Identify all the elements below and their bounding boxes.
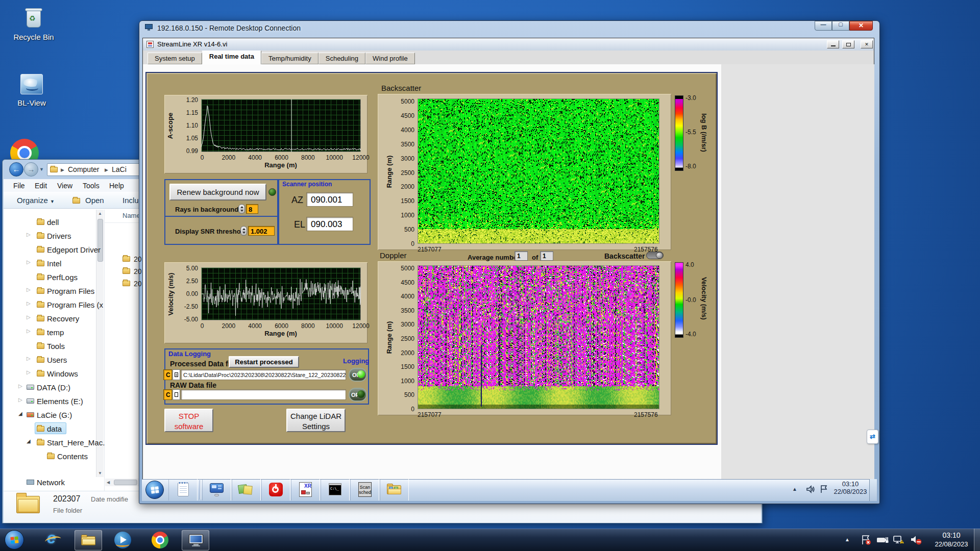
sidebar-item-elements-e-[interactable]: Elements (E:) (37, 397, 83, 406)
processed-path-field[interactable]: C:\Lidar\Data\Proc\2023\202308\20230822\… (181, 369, 346, 380)
tree-collapsed-arrow-icon[interactable]: ▷ (27, 328, 31, 334)
rays-spinner[interactable] (238, 204, 245, 214)
host-tray-volume-muted-icon[interactable] (910, 534, 923, 546)
remote-taskbar-display-settings-button[interactable] (202, 479, 231, 500)
rdp-close-button[interactable]: ✕ (849, 21, 873, 31)
app-close-button[interactable]: ✕ (861, 40, 873, 48)
remote-taskbar-streamline-xr-button[interactable]: XR (291, 479, 320, 500)
raw-browse-icon[interactable] (173, 389, 180, 400)
remote-show-desktop-button[interactable] (869, 479, 877, 501)
nav-history-caret-icon[interactable]: ▼ (39, 167, 44, 172)
app-minimize-button[interactable] (827, 40, 839, 48)
sidebar-item-edgeport-driver[interactable]: Edgeport Driver (47, 245, 101, 254)
tab-real-time-data[interactable]: Real time data (202, 51, 261, 64)
file-item[interactable]: 20 (134, 267, 142, 276)
snr-spinner[interactable] (240, 226, 247, 236)
host-tray-expand-icon[interactable]: ▲ (845, 537, 850, 542)
remote-taskbar-notepad-button[interactable] (168, 479, 198, 500)
breadcrumb-arrow-icon[interactable]: ▶ (105, 167, 108, 172)
open-button[interactable]: Open (85, 196, 104, 205)
el-value-field[interactable]: 090.003 (306, 217, 353, 231)
average-number-field[interactable]: 1 (514, 251, 528, 261)
processed-logging-on-button[interactable]: ON (349, 368, 367, 382)
menu-tools[interactable]: Tools (83, 182, 100, 190)
scrollbar-thumb[interactable] (97, 219, 103, 262)
remote-taskbar-shutdown-button[interactable] (261, 479, 290, 500)
host-tray-clock[interactable]: 03:10 22/08/2023 (930, 531, 973, 548)
raw-logging-off-button[interactable]: OFF (349, 388, 367, 402)
host-tray-battery-icon[interactable] (876, 534, 889, 546)
remote-taskbar-cmd-button[interactable]: C:\_ (321, 479, 350, 500)
az-value-field[interactable]: 090.001 (306, 192, 353, 207)
backscatter-toggle-switch[interactable] (646, 252, 664, 259)
host-taskbar-ie-button[interactable]: e (44, 531, 62, 549)
menu-view[interactable]: View (57, 182, 72, 190)
sidebar-item-drivers[interactable]: Drivers (47, 232, 71, 240)
scroll-up-icon[interactable]: ▲ (98, 211, 102, 216)
sidebar-item-tools[interactable]: Tools (47, 342, 65, 350)
breadcrumb-computer[interactable]: Computer (68, 165, 99, 173)
sidebar-item-perflogs[interactable]: PerfLogs (47, 273, 78, 282)
tree-expanded-arrow-icon[interactable]: ◢ (18, 411, 22, 416)
tree-collapsed-arrow-icon[interactable]: ▷ (27, 314, 31, 320)
rdp-minimize-button[interactable]: — (815, 21, 832, 31)
host-tray-network-icon[interactable] (892, 534, 905, 546)
app-restore-button[interactable] (842, 40, 854, 48)
desktop-icon-recycle-bin[interactable]: ♻ Recycle Bin (9, 4, 58, 48)
remote-start-button[interactable] (145, 481, 164, 499)
remote-tray-clock[interactable]: 03:10 22/08/2023 (832, 480, 869, 495)
remote-tray-expand-icon[interactable]: ▲ (792, 486, 797, 492)
remote-tray-volume-icon[interactable] (805, 484, 816, 494)
scrollbar-thumb[interactable] (114, 480, 137, 485)
host-taskbar-rdp-button[interactable] (182, 530, 209, 550)
tab-scheduling[interactable]: Scheduling (318, 53, 365, 64)
host-start-button[interactable] (5, 530, 24, 549)
renew-status-led-icon[interactable] (268, 188, 276, 196)
tree-collapsed-arrow-icon[interactable]: ▷ (27, 300, 31, 306)
tab-temp-humidity[interactable]: Temp/humidity (261, 53, 318, 64)
explorer-forward-button[interactable]: → (24, 162, 38, 177)
explorer-back-button[interactable]: ← (9, 162, 23, 177)
change-lidar-settings-button[interactable]: Change LiDARSettings (286, 409, 346, 432)
sidebar-item-data-d-[interactable]: DATA (D:) (37, 383, 70, 392)
menu-edit[interactable]: Edit (35, 182, 47, 190)
sidebar-item-users[interactable]: Users (47, 356, 67, 364)
breadcrumb-lacie[interactable]: LaCi (112, 165, 127, 173)
host-taskbar-chrome-button[interactable] (152, 532, 168, 548)
scroll-left-icon[interactable]: ◀ (107, 480, 110, 485)
file-item[interactable]: 20 (134, 280, 142, 288)
tab-wind-profile[interactable]: Wind profile (365, 53, 415, 64)
processed-browse-icon[interactable] (173, 369, 180, 380)
sidebar-item-contents[interactable]: Contents (57, 452, 88, 461)
breadcrumb-arrow-icon[interactable]: ▶ (61, 167, 64, 172)
sidebar-item-start-here-mac-[interactable]: Start_Here_Mac. (47, 438, 105, 447)
host-show-desktop-button[interactable] (974, 529, 980, 551)
tree-collapsed-arrow-icon[interactable]: ▷ (18, 397, 22, 403)
scroll-down-icon[interactable]: ▼ (98, 471, 102, 475)
sidebar-item-intel[interactable]: Intel (47, 259, 61, 268)
processed-drive-cell[interactable]: C (163, 369, 172, 380)
sidebar-item-recovery[interactable]: Recovery (47, 314, 79, 323)
tab-system-setup[interactable]: System setup (148, 53, 202, 64)
sidebar-item-windows[interactable]: Windows (47, 369, 78, 378)
app-titlebar[interactable] (143, 38, 874, 51)
raw-drive-cell[interactable]: C (163, 389, 172, 400)
sidebar-item-program-files-x[interactable]: Program Files (x (47, 300, 103, 309)
tree-collapsed-arrow-icon[interactable]: ▷ (27, 259, 31, 265)
snr-value-field[interactable]: 1.002 (248, 226, 275, 236)
remote-taskbar-scan-sched-button[interactable]: Scansched (350, 479, 379, 500)
organize-button[interactable]: Organize ▼ (17, 196, 55, 205)
average-total-field[interactable]: 1 (540, 251, 553, 261)
sidebar-item-lacie-g-[interactable]: LaCie (G:) (37, 411, 72, 419)
menu-help[interactable]: Help (109, 182, 124, 190)
tree-collapsed-arrow-icon[interactable]: ▷ (27, 356, 31, 361)
sidebar-item-data[interactable]: data (47, 424, 62, 433)
remote-taskbar-sticky-notes-button[interactable] (232, 479, 261, 500)
desktop-icon-bl-view[interactable]: BL-View (7, 74, 56, 115)
file-item[interactable]: 20 (134, 255, 142, 263)
raw-path-field[interactable] (181, 389, 346, 400)
stop-software-button[interactable]: STOPsoftware (164, 409, 213, 432)
sidebar-item-program-files[interactable]: Program Files (47, 287, 94, 295)
sidebar-item-temp[interactable]: temp (47, 328, 64, 337)
include-in-library-button[interactable]: Inclu (122, 196, 139, 205)
